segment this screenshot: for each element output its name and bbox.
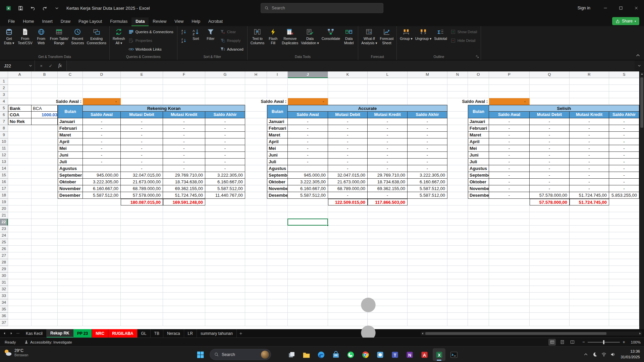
row-header-4[interactable]: 4 (0, 98, 8, 105)
row-header-21[interactable]: 21 (0, 212, 8, 219)
cell-G15[interactable]: 3.222.305,00 (205, 172, 245, 179)
cell-L16[interactable]: 18.734.638,00 (368, 179, 408, 185)
ribbon-tab-home[interactable]: Home (19, 17, 38, 26)
consolidate-button[interactable]: Consolidate (320, 27, 341, 54)
cell-R18[interactable]: 51.724.745,00 (570, 192, 609, 199)
column-header-K[interactable]: K (328, 71, 368, 78)
cell-G13[interactable]: - (205, 159, 245, 165)
cell-M11[interactable]: - (408, 145, 447, 152)
cell-F19[interactable]: 169.591.248,00 (163, 199, 205, 205)
cell-R17[interactable]: - (570, 185, 609, 192)
cell-F7[interactable]: - (163, 118, 205, 125)
cell-Q6[interactable]: Mutasi Debit (530, 112, 570, 118)
cell-F10[interactable]: - (163, 138, 205, 145)
cell-B5[interactable]: BCA (32, 105, 58, 112)
cell-B6[interactable]: 1000.03 (32, 112, 58, 118)
cell-C13[interactable]: Juli (58, 159, 83, 165)
taskbar-app-whatsapp[interactable] (344, 348, 357, 361)
column-header-O[interactable]: O (468, 71, 489, 78)
cell-I7[interactable]: Januari (267, 118, 288, 125)
cell-R11[interactable]: - (570, 145, 609, 152)
cell-M13[interactable]: - (408, 159, 447, 165)
cell-M12[interactable]: - (408, 152, 447, 159)
column-header-G[interactable]: G (205, 71, 245, 78)
cell-S17[interactable]: - (609, 185, 639, 192)
cell-F12[interactable]: - (163, 152, 205, 159)
excel-logo-button[interactable]: X (3, 3, 13, 13)
row-header-2[interactable]: 2 (0, 85, 8, 92)
cell-M16[interactable]: 6.160.667,00 (408, 179, 447, 185)
cell-J14[interactable] (288, 165, 328, 172)
selection-box[interactable] (287, 219, 328, 226)
cell-J8[interactable]: - (288, 125, 328, 132)
cell-P9[interactable]: - (489, 132, 530, 138)
cell-E6[interactable]: Mutasi Debit (121, 112, 163, 118)
undo-button[interactable] (28, 3, 38, 13)
taskbar-search[interactable]: Search (210, 349, 271, 360)
close-button[interactable] (629, 0, 644, 16)
cell-O8[interactable]: Februari (468, 125, 489, 132)
cell-Q10[interactable]: - (530, 138, 570, 145)
column-header-S[interactable]: S (609, 71, 639, 78)
cell-I18[interactable]: Desember (267, 192, 288, 199)
row-header-12[interactable]: 12 (0, 152, 8, 159)
row-header-5[interactable]: 5 (0, 105, 8, 112)
cell-J13[interactable]: - (288, 159, 328, 165)
cell-E7[interactable]: - (121, 118, 163, 125)
insert-function-button[interactable]: fx (56, 62, 64, 70)
ribbon-tab-acrobat[interactable]: Acrobat (204, 17, 227, 26)
vertical-scrollbar[interactable] (639, 71, 644, 329)
cell-E16[interactable]: 21.673.000,00 (121, 179, 163, 185)
cell-D11[interactable]: - (83, 145, 121, 152)
horizontal-scrollbar[interactable] (421, 331, 642, 336)
row-header-3[interactable]: 3 (0, 92, 8, 98)
cell-E15[interactable]: 32.047.015,00 (121, 172, 163, 179)
row-header-36[interactable]: 36 (0, 313, 8, 319)
cell-S14[interactable]: - (609, 165, 639, 172)
group-button[interactable]: Group ▾ (398, 27, 414, 54)
cell-P7[interactable]: - (489, 118, 530, 125)
cell-R8[interactable]: - (570, 125, 609, 132)
cell-O16[interactable]: Oktober (468, 179, 489, 185)
sheet-tab-nrc[interactable]: NRC (92, 329, 108, 338)
row-header-29[interactable]: 29 (0, 266, 8, 273)
row-header-9[interactable]: 9 (0, 132, 8, 138)
cell-L12[interactable]: - (368, 152, 408, 159)
cell-E8[interactable]: - (121, 125, 163, 132)
cell-P18[interactable]: - (489, 192, 530, 199)
hidden-icons-chevron-icon[interactable] (583, 352, 589, 357)
cell-P10[interactable]: - (489, 138, 530, 145)
cell-G9[interactable]: - (205, 132, 245, 138)
cell-K17[interactable]: 68.789.000,00 (328, 185, 368, 192)
cell-C8[interactable]: Februari (58, 125, 83, 132)
cell-P8[interactable]: - (489, 125, 530, 132)
cell-L11[interactable]: - (368, 145, 408, 152)
column-header-E[interactable]: E (121, 71, 163, 78)
sheet-tab-rekap-rk[interactable]: Rekap RK (47, 329, 73, 338)
cell-I13[interactable]: Juli (267, 159, 288, 165)
row-header-28[interactable]: 28 (0, 259, 8, 266)
cell-P17[interactable]: - (489, 185, 530, 192)
cell-S12[interactable]: - (609, 152, 639, 159)
cell-J15[interactable]: 945.000,00 (288, 172, 328, 179)
row-header-34[interactable]: 34 (0, 299, 8, 306)
remove-duplicates-button[interactable]: Remove Duplicates (280, 27, 300, 54)
cell-Q12[interactable]: - (530, 152, 570, 159)
start-button[interactable] (194, 348, 207, 361)
cell-F15[interactable]: 29.769.710,00 (163, 172, 205, 179)
cell-R12[interactable]: - (570, 152, 609, 159)
cell-M9[interactable]: - (408, 132, 447, 138)
cell-G6[interactable]: Saldo Akhir (205, 112, 245, 118)
cell-O10[interactable]: April (468, 138, 489, 145)
cell-Q18[interactable]: 57.578.000,00 (530, 192, 570, 199)
cell-I5[interactable]: Bulan (267, 105, 288, 118)
cell-D4[interactable]: - (83, 98, 121, 105)
cell-F11[interactable]: - (163, 145, 205, 152)
cell-K7[interactable]: - (328, 118, 368, 125)
cell-S16[interactable]: - (609, 179, 639, 185)
cell-O12[interactable]: Juni (468, 152, 489, 159)
titlebar-search[interactable]: Search (261, 3, 383, 13)
cell-Q17[interactable]: - (530, 185, 570, 192)
sheet-nav-left-button[interactable] (1, 330, 7, 337)
cell-S9[interactable]: - (609, 132, 639, 138)
